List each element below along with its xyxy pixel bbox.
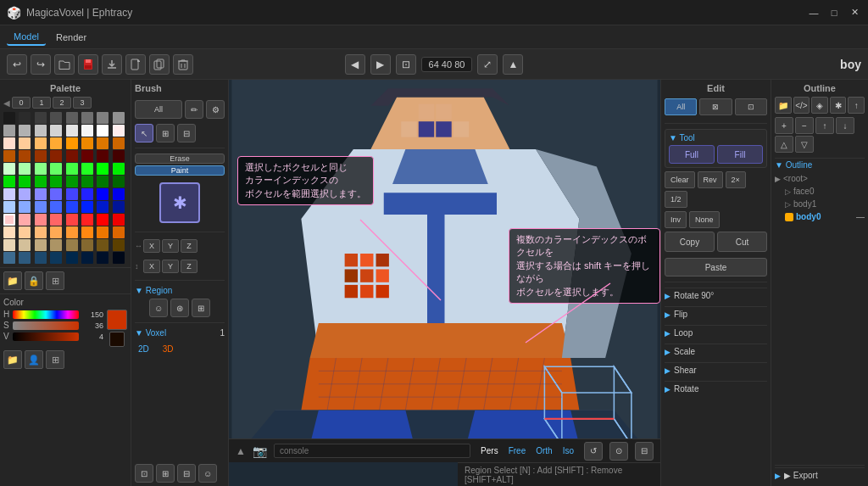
palette-cell-41[interactable] [19, 176, 31, 187]
palette-page-0[interactable]: 0 [12, 97, 31, 109]
palette-cell-34[interactable] [35, 163, 47, 175]
3d-btn[interactable]: 3D [159, 343, 177, 355]
edit-sel2-btn[interactable]: ⊡ [735, 98, 767, 115]
palette-cell-53[interactable] [81, 188, 93, 200]
palette-cell-76[interactable] [66, 226, 78, 238]
palette-cell-89[interactable] [19, 252, 31, 264]
menu-model[interactable]: Model [7, 29, 46, 46]
wand-tool-btn[interactable]: ✱ [159, 182, 200, 223]
palette-cell-32[interactable] [3, 163, 15, 175]
outline-sort-btn[interactable]: ↑ [848, 97, 865, 114]
palette-cell-94[interactable] [97, 252, 108, 264]
count-btn[interactable]: 2× [726, 171, 746, 188]
view-pers[interactable]: Pers [477, 444, 502, 457]
palette-cell-21[interactable] [81, 137, 93, 149]
none-btn[interactable]: None [689, 211, 720, 228]
copy-files-button[interactable] [149, 54, 170, 75]
undo-button[interactable]: ↩ [7, 54, 27, 75]
view-iso[interactable]: Iso [559, 444, 577, 457]
palette-cell-9[interactable] [19, 125, 31, 137]
palette-cell-68[interactable] [66, 214, 78, 226]
palette-cell-78[interactable] [97, 226, 108, 238]
palette-cell-71[interactable] [113, 214, 125, 226]
palette-cell-39[interactable] [113, 163, 125, 175]
region-target-btn[interactable]: ⊛ [170, 299, 189, 317]
select-rect-btn[interactable]: ⊞ [156, 124, 175, 142]
outline-tri-up-btn[interactable]: △ [775, 136, 793, 153]
canvas-area[interactable]: ▲ 📷 Pers Free Orth Iso ↺ ⊙ ⊟ Region Sele… [229, 80, 660, 486]
palette-cell-46[interactable] [97, 176, 108, 187]
region-toggle[interactable]: ▼ Region [135, 286, 225, 295]
outline-body1[interactable]: ▷ body1 [785, 198, 865, 210]
z-axis-btn[interactable]: Z [181, 239, 198, 253]
palette-cell-19[interactable] [50, 137, 62, 149]
palette-cell-62[interactable] [97, 201, 108, 213]
folder-icon-btn[interactable]: 📁 [3, 271, 22, 290]
palette-cell-72[interactable] [3, 226, 15, 238]
grid-icon-btn[interactable]: ⊞ [46, 271, 64, 290]
grid-view-btn[interactable]: ⊟ [635, 442, 654, 461]
palette-cell-30[interactable] [97, 150, 108, 162]
color-grid2-btn[interactable]: ⊞ [46, 350, 64, 369]
palette-cell-8[interactable] [3, 125, 15, 137]
outline-minus-btn[interactable]: − [795, 117, 814, 134]
reset-view-btn[interactable]: ↺ [584, 442, 603, 461]
shear-row[interactable]: ▶ Shear [665, 362, 767, 377]
inv-btn[interactable]: Inv [665, 211, 687, 228]
palette-cell-3[interactable] [50, 112, 62, 124]
palette-cell-36[interactable] [66, 163, 78, 175]
brush-bottom-4[interactable]: ☺ [198, 464, 217, 483]
hue-slider[interactable] [13, 310, 79, 319]
palette-page-1[interactable]: 1 [32, 97, 51, 109]
copy-btn[interactable]: Copy [665, 232, 715, 252]
palette-cell-91[interactable] [50, 252, 62, 264]
palette-cell-65[interactable] [19, 214, 31, 226]
flip-row[interactable]: ▶ Flip [665, 306, 767, 321]
view-free[interactable]: Free [505, 444, 530, 457]
outline-move-up-btn[interactable]: ↑ [815, 117, 834, 134]
palette-cell-67[interactable] [50, 214, 62, 226]
prev-model-button[interactable]: ◀ [345, 54, 365, 75]
palette-cell-58[interactable] [35, 201, 47, 213]
brush-settings-icon[interactable]: ⚙ [206, 100, 225, 119]
palette-cell-77[interactable] [81, 226, 93, 238]
export-row[interactable]: ▶ ▶ Export [775, 467, 865, 483]
y-axis-btn[interactable]: Y [162, 239, 179, 253]
palette-prev[interactable]: ◀ [3, 98, 10, 108]
palette-cell-79[interactable] [113, 226, 125, 238]
outline-diamond-btn[interactable]: ◈ [811, 97, 828, 114]
palette-cell-27[interactable] [50, 150, 62, 162]
palette-cell-51[interactable] [50, 188, 62, 200]
download-button[interactable] [102, 54, 122, 75]
console-input[interactable] [274, 444, 470, 458]
palette-cell-86[interactable] [97, 239, 108, 251]
palette-cell-85[interactable] [81, 239, 93, 251]
view-orth[interactable]: Orth [532, 444, 555, 457]
select-cross-btn[interactable]: ⊟ [177, 124, 196, 142]
palette-cell-61[interactable] [81, 201, 93, 213]
palette-cell-35[interactable] [50, 163, 62, 175]
paint-btn[interactable]: Paint [135, 165, 225, 176]
palette-cell-57[interactable] [19, 201, 31, 213]
palette-cell-29[interactable] [81, 150, 93, 162]
outline-star-btn[interactable]: ✱ [830, 97, 847, 114]
palette-page-2[interactable]: 2 [53, 97, 71, 109]
palette-cell-2[interactable] [35, 112, 47, 124]
palette-cell-75[interactable] [50, 226, 62, 238]
rotate-row[interactable]: ▶ Rotate [665, 381, 767, 396]
x-axis-btn[interactable]: X [143, 239, 160, 253]
up-button[interactable]: ▲ [503, 54, 523, 75]
palette-cell-56[interactable] [3, 201, 15, 213]
file-button[interactable] [125, 54, 146, 75]
minimize-button[interactable]: — [807, 6, 821, 20]
outline-tri-down-btn[interactable]: ▽ [795, 136, 814, 153]
clear-btn[interactable]: Clear [665, 171, 695, 188]
sat-slider[interactable] [13, 321, 79, 330]
palette-cell-17[interactable] [19, 137, 31, 149]
outline-add-btn[interactable]: + [775, 117, 793, 134]
palette-cell-26[interactable] [35, 150, 47, 162]
outline-body0[interactable]: body0 — [785, 210, 865, 223]
region-grid-btn[interactable]: ⊞ [192, 299, 210, 317]
center-view-btn[interactable]: ⊙ [609, 442, 628, 461]
outline-move-down-btn[interactable]: ↓ [836, 117, 854, 134]
